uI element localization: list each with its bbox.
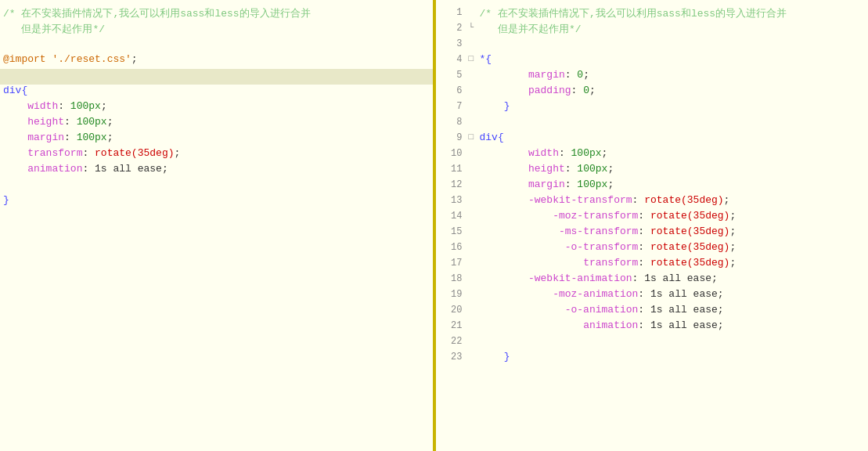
- line-number: 8: [439, 116, 463, 128]
- fold-icon[interactable]: [469, 163, 480, 164]
- line-content: width: 100px;: [480, 147, 866, 159]
- line: margin: 100px;: [0, 132, 433, 147]
- line: 6 padding: 0;: [436, 85, 869, 100]
- fold-icon[interactable]: [469, 210, 480, 211]
- line: [0, 69, 433, 85]
- line-content: *{: [480, 53, 866, 65]
- left-panel: /* 在不安装插件情况下,我么可以利用sass和less的导入进行合并 但是并不…: [0, 0, 434, 451]
- line-content: animation: 1s all ease;: [480, 319, 866, 331]
- line-number: 13: [439, 194, 463, 206]
- line-content: /* 在不安装插件情况下,我么可以利用sass和less的导入进行合并: [480, 6, 866, 20]
- line-number: 12: [439, 179, 463, 190]
- line: 11 height: 100px;: [436, 163, 869, 179]
- fold-icon[interactable]: [469, 69, 480, 70]
- line: 14 -moz-transform: rotate(35deg);: [436, 210, 869, 226]
- right-panel: 1/* 在不安装插件情况下,我么可以利用sass和less的导入进行合并2└ 但…: [436, 0, 869, 451]
- line: 15 -ms-transform: rotate(35deg);: [436, 226, 869, 241]
- line-number: 5: [439, 69, 463, 81]
- fold-icon[interactable]: [469, 6, 480, 7]
- fold-icon[interactable]: [469, 226, 480, 226]
- line-content: margin: 0;: [480, 69, 866, 81]
- fold-icon[interactable]: □: [469, 53, 480, 63]
- line: 10 width: 100px;: [436, 147, 869, 163]
- fold-icon[interactable]: [469, 38, 480, 38]
- line-number: 11: [439, 163, 463, 175]
- line: width: 100px;: [0, 100, 433, 116]
- line-number: 16: [439, 241, 463, 253]
- line: height: 100px;: [0, 116, 433, 132]
- fold-icon[interactable]: [469, 147, 480, 148]
- line-number: 2: [439, 22, 463, 34]
- line: 2└ 但是并不起作用*/: [436, 22, 869, 38]
- line-content: padding: 0;: [480, 85, 866, 96]
- line-number: 19: [439, 288, 463, 300]
- line-content: transform: rotate(35deg);: [480, 257, 866, 269]
- line-content: -o-animation: 1s all ease;: [480, 304, 866, 316]
- line-content: }: [480, 351, 866, 363]
- line: [0, 38, 433, 53]
- line: }: [0, 194, 433, 210]
- line-number: 20: [439, 304, 463, 316]
- line-content: margin: 100px;: [480, 179, 866, 190]
- line-number: 10: [439, 147, 463, 159]
- fold-icon[interactable]: □: [469, 132, 480, 142]
- fold-icon[interactable]: [469, 179, 480, 179]
- line-content: -o-transform: rotate(35deg);: [480, 241, 866, 253]
- line-number: 4: [439, 53, 463, 65]
- line-number: 22: [439, 335, 463, 347]
- line: 20 -o-animation: 1s all ease;: [436, 304, 869, 319]
- line-number: 3: [439, 38, 463, 49]
- line-number: 1: [439, 6, 463, 18]
- line-content: -ms-transform: rotate(35deg);: [480, 226, 866, 237]
- line-content: -moz-transform: rotate(35deg);: [480, 210, 866, 222]
- fold-icon[interactable]: [469, 304, 480, 305]
- line: div{: [0, 85, 433, 100]
- line-content: -moz-animation: 1s all ease;: [480, 288, 866, 300]
- line-number: 14: [439, 210, 463, 222]
- fold-icon[interactable]: [469, 351, 480, 352]
- line-number: 15: [439, 226, 463, 237]
- line: 16 -o-transform: rotate(35deg);: [436, 241, 869, 257]
- line: 19 -moz-animation: 1s all ease;: [436, 288, 869, 304]
- line-number: 18: [439, 272, 463, 284]
- line: transform: rotate(35deg);: [0, 147, 433, 163]
- line: /* 在不安装插件情况下,我么可以利用sass和less的导入进行合并: [0, 6, 433, 22]
- fold-icon[interactable]: [469, 288, 480, 289]
- line: 但是并不起作用*/: [0, 22, 433, 38]
- line: 8: [436, 116, 869, 132]
- line-number: 17: [439, 257, 463, 269]
- line: 1/* 在不安装插件情况下,我么可以利用sass和less的导入进行合并: [436, 6, 869, 22]
- line: @import './reset.css';: [0, 53, 433, 69]
- line-content: -webkit-transform: rotate(35deg);: [480, 194, 866, 206]
- line-number: 9: [439, 132, 463, 143]
- line: [0, 179, 433, 194]
- fold-icon[interactable]: └: [469, 22, 480, 32]
- line: 23 }: [436, 351, 869, 366]
- fold-icon[interactable]: [469, 85, 480, 85]
- line: 21 animation: 1s all ease;: [436, 319, 869, 335]
- fold-icon[interactable]: [469, 257, 480, 258]
- line: 7 }: [436, 100, 869, 116]
- fold-icon[interactable]: [469, 335, 480, 336]
- line-number: 21: [439, 319, 463, 331]
- fold-icon[interactable]: [469, 272, 480, 273]
- line: 9□div{: [436, 132, 869, 147]
- fold-icon[interactable]: [469, 319, 480, 320]
- fold-icon[interactable]: [469, 100, 480, 101]
- line-content: -webkit-animation: 1s all ease;: [480, 272, 866, 284]
- line: 5 margin: 0;: [436, 69, 869, 85]
- fold-icon[interactable]: [469, 241, 480, 242]
- line: 3: [436, 38, 869, 53]
- line: 22: [436, 335, 869, 351]
- fold-icon[interactable]: [469, 194, 480, 195]
- line: animation: 1s all ease;: [0, 163, 433, 179]
- line: 17 transform: rotate(35deg);: [436, 257, 869, 272]
- fold-icon[interactable]: [469, 116, 480, 117]
- line-number: 7: [439, 100, 463, 112]
- line-number: 23: [439, 351, 463, 363]
- line-content: 但是并不起作用*/: [480, 22, 866, 36]
- line: 12 margin: 100px;: [436, 179, 869, 194]
- line: 4□*{: [436, 53, 869, 69]
- line-number: 6: [439, 85, 463, 96]
- line-content: }: [480, 100, 866, 112]
